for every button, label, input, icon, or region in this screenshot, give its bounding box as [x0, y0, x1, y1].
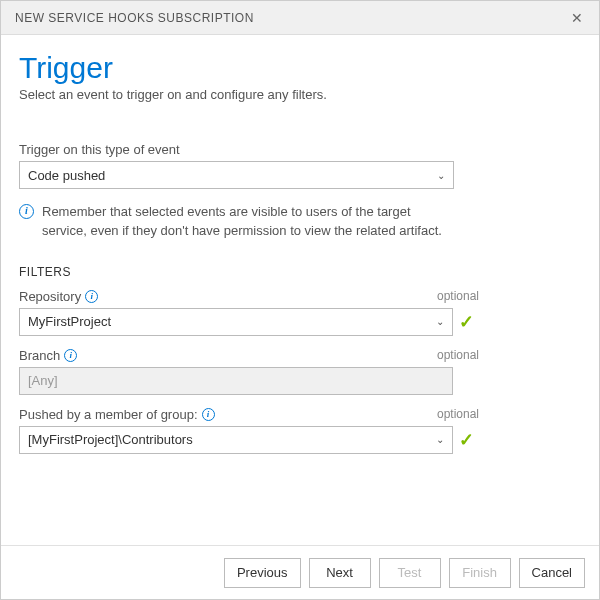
checkmark-icon: ✓: [459, 313, 474, 331]
test-button: Test: [379, 558, 441, 588]
chevron-down-icon: ⌄: [437, 170, 445, 181]
filter-branch: Branch i optional [Any]: [19, 348, 479, 395]
info-icon: i: [19, 204, 34, 219]
close-icon: ✕: [571, 10, 583, 26]
group-optional: optional: [437, 407, 479, 421]
group-select[interactable]: [MyFirstProject]\Contributors ⌄: [19, 426, 453, 454]
repository-label-row: Repository i optional: [19, 289, 479, 304]
checkmark-icon: ✓: [459, 431, 474, 449]
branch-value: [Any]: [28, 373, 58, 388]
event-type-value: Code pushed: [28, 168, 105, 183]
repository-optional: optional: [437, 289, 479, 303]
previous-button[interactable]: Previous: [224, 558, 301, 588]
chevron-down-icon: ⌄: [436, 434, 444, 445]
filter-repository: Repository i optional MyFirstProject ⌄ ✓: [19, 289, 479, 336]
dialog-title-bar: NEW SERVICE HOOKS SUBSCRIPTION ✕: [1, 1, 599, 35]
dialog-title: NEW SERVICE HOOKS SUBSCRIPTION: [15, 11, 254, 25]
filter-group-member: Pushed by a member of group: i optional …: [19, 407, 479, 454]
info-icon[interactable]: i: [202, 408, 215, 421]
event-type-label-text: Trigger on this type of event: [19, 142, 180, 157]
event-type-select[interactable]: Code pushed ⌄: [19, 161, 454, 189]
repository-label: Repository: [19, 289, 81, 304]
branch-label-row: Branch i optional: [19, 348, 479, 363]
event-type-label: Trigger on this type of event: [19, 142, 581, 157]
filters-header: FILTERS: [19, 265, 581, 279]
cancel-button[interactable]: Cancel: [519, 558, 585, 588]
group-label: Pushed by a member of group:: [19, 407, 198, 422]
repository-value: MyFirstProject: [28, 314, 111, 329]
dialog-button-bar: Previous Next Test Finish Cancel: [1, 545, 599, 599]
branch-optional: optional: [437, 348, 479, 362]
branch-label: Branch: [19, 348, 60, 363]
group-label-row: Pushed by a member of group: i optional: [19, 407, 479, 422]
page-title: Trigger: [19, 51, 581, 85]
event-info-text: Remember that selected events are visibl…: [42, 203, 449, 241]
dialog-content: Trigger Select an event to trigger on an…: [1, 35, 599, 454]
group-value: [MyFirstProject]\Contributors: [28, 432, 193, 447]
next-button[interactable]: Next: [309, 558, 371, 588]
finish-button: Finish: [449, 558, 511, 588]
page-subtitle: Select an event to trigger on and config…: [19, 87, 581, 102]
info-icon[interactable]: i: [85, 290, 98, 303]
chevron-down-icon: ⌄: [436, 316, 444, 327]
event-info-note: i Remember that selected events are visi…: [19, 203, 449, 241]
close-button[interactable]: ✕: [565, 7, 589, 29]
info-icon[interactable]: i: [64, 349, 77, 362]
branch-select: [Any]: [19, 367, 453, 395]
repository-select[interactable]: MyFirstProject ⌄: [19, 308, 453, 336]
